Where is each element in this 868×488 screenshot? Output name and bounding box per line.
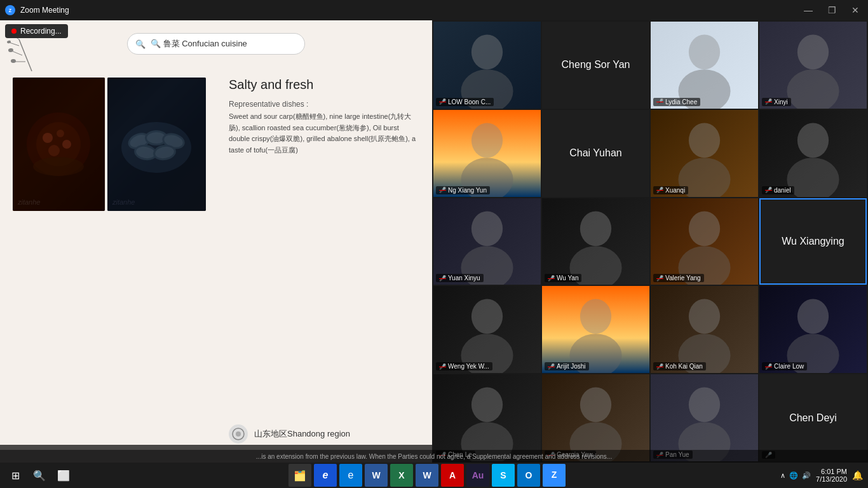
- text-content: Salty and fresh Representative dishes : …: [229, 78, 419, 156]
- dish-title: Salty and fresh: [229, 78, 419, 92]
- svg-point-10: [11, 59, 16, 64]
- taskbar-app-skype[interactable]: S: [492, 464, 515, 487]
- search-bar[interactable]: 🔍 🔍 鲁菜 Confucian cuisine: [127, 33, 305, 55]
- taskbar-app-outlook[interactable]: O: [517, 464, 540, 487]
- participant-tile-arijit-joshi[interactable]: 🎤Arijit Joshi: [542, 286, 649, 373]
- taskbar-app-au[interactable]: Au: [466, 464, 489, 487]
- participant-tile-xinyi[interactable]: 🎤Xinyi: [759, 22, 867, 109]
- task-view-button[interactable]: ⬜: [53, 465, 74, 485]
- notification-icon[interactable]: 🔔: [852, 470, 863, 480]
- taskbar-app-ie[interactable]: e: [314, 464, 337, 487]
- taskbar-app-zoom[interactable]: Z: [543, 464, 566, 487]
- svg-point-44: [787, 158, 839, 197]
- svg-point-47: [580, 211, 611, 246]
- participant-tile-weng-yek-w[interactable]: 🎤Weng Yek W...: [433, 286, 541, 373]
- tray-network[interactable]: 🌐: [789, 471, 798, 480]
- participant-tile-wu-yan[interactable]: 🎤Wu Yan: [542, 198, 649, 285]
- taskbar-app-ie2[interactable]: e: [339, 464, 362, 487]
- svg-line-2: [19, 39, 32, 71]
- svg-point-57: [797, 299, 829, 334]
- svg-point-37: [797, 35, 829, 70]
- svg-point-41: [689, 123, 720, 158]
- svg-point-45: [471, 211, 503, 246]
- taskbar-date: 7/13/2020: [816, 475, 847, 483]
- taskbar-left: ⊞ 🔍 ⬜: [5, 465, 74, 485]
- taskbar-app-acrobat[interactable]: A: [441, 464, 464, 487]
- participant-tile-wu-xiangying[interactable]: Wu Xiangying: [759, 198, 867, 285]
- tile-name-valerie-yang: 🎤Valerie Yang: [653, 274, 704, 282]
- big-name-chai-yuhan: Chai Yuhan: [569, 147, 621, 159]
- tile-name-claire-low: 🎤Claire Low: [762, 362, 807, 370]
- presentation-panel: 🔍 🔍 鲁菜 Confucian cuisine zitanhe: [0, 20, 432, 463]
- tile-name-xuanqi: 🎤Xuanqi: [653, 186, 688, 194]
- tile-name-weng-yek-w: 🎤Weng Yek W...: [436, 362, 492, 370]
- tile-name-daniel: 🎤daniel: [762, 186, 794, 194]
- svg-point-14: [43, 133, 53, 143]
- participant-tile-koh-kai-qian[interactable]: 🎤Koh Kai Qian: [651, 286, 758, 373]
- region-text: 山东地区Shandong region: [254, 428, 350, 440]
- participant-tile-chen-le[interactable]: 🎤Chen Le: [433, 374, 541, 461]
- participant-tile-yuan-xinyu[interactable]: 🎤Yuan Xinyu: [433, 198, 541, 285]
- region-icon: [229, 424, 248, 444]
- maximize-button[interactable]: ❐: [824, 4, 840, 17]
- minimize-button[interactable]: —: [800, 4, 817, 17]
- participant-tile-lydia-chee[interactable]: 🎤Lydia Chee: [651, 22, 758, 109]
- search-button[interactable]: 🔍: [29, 465, 50, 485]
- main-content: 🔍 🔍 鲁菜 Confucian cuisine zitanhe: [0, 20, 868, 463]
- taskbar-app-word[interactable]: W: [365, 464, 388, 487]
- region-box: 山东地区Shandong region: [229, 424, 419, 444]
- big-name-chen-deyi: Chen Deyi: [789, 412, 837, 424]
- start-button[interactable]: ⊞: [5, 465, 25, 485]
- participant-tile-georgia-yew[interactable]: 🎤Georgia Yew: [542, 374, 649, 461]
- taskbar: ⊞ 🔍 ⬜ 🗂️ e e W X W A Au S: [0, 463, 868, 488]
- participant-tile-xuanqi[interactable]: 🎤Xuanqi: [651, 110, 758, 197]
- search-icon: 🔍: [135, 39, 146, 49]
- participant-tile-pan-yue[interactable]: 🎤Pan Yue: [651, 374, 758, 461]
- food-image-right: zitanhe: [107, 78, 206, 211]
- svg-point-39: [471, 123, 503, 158]
- food-images: zitanhe zitanhe: [13, 78, 210, 211]
- participant-tile-valerie-yang[interactable]: 🎤Valerie Yang: [651, 198, 758, 285]
- svg-point-63: [689, 388, 720, 423]
- titlebar-left: Z Zoom Meeting: [5, 5, 69, 15]
- taskbar-app-excel[interactable]: X: [390, 464, 413, 487]
- svg-point-49: [689, 211, 720, 246]
- scroll-text: ...is an extension from the previous law…: [256, 453, 612, 460]
- tile-name-koh-kai-qian: 🎤Koh Kai Qian: [653, 362, 706, 370]
- pres-inner: 🔍 🔍 鲁菜 Confucian cuisine zitanhe: [0, 20, 432, 463]
- svg-point-43: [797, 123, 829, 158]
- big-name-wu-xiangying: Wu Xiangying: [782, 236, 844, 247]
- svg-point-32: [236, 431, 241, 437]
- tile-name-yuan-xinyu: 🎤Yuan Xinyu: [436, 274, 484, 282]
- taskbar-clock: 6:01 PM: [816, 468, 847, 475]
- taskbar-app-word2[interactable]: W: [416, 464, 438, 487]
- svg-point-35: [689, 35, 720, 70]
- recording-dot: [11, 29, 17, 34]
- big-name-cheng-sor-yan: Cheng Sor Yan: [562, 59, 630, 71]
- taskbar-clock-container: 6:01 PM 7/13/2020: [816, 468, 847, 483]
- svg-point-9: [8, 48, 14, 52]
- recording-badge: Recording...: [5, 24, 68, 38]
- participant-tile-claire-low[interactable]: 🎤Claire Low: [759, 286, 867, 373]
- tray-volume[interactable]: 🔊: [802, 471, 811, 480]
- tile-name-xinyi: 🎤Xinyi: [762, 98, 791, 106]
- participant-tile-chen-deyi[interactable]: Chen Deyi🎤: [759, 374, 867, 461]
- participant-tile-daniel[interactable]: 🎤daniel: [759, 110, 867, 197]
- tile-name-ng-xiang-yun: 🎤Ng Xiang Yun: [436, 186, 490, 194]
- participant-tile-low-boon[interactable]: 🎤LOW Boon C...: [433, 22, 541, 109]
- participant-tile-chai-yuhan[interactable]: Chai Yuhan: [542, 110, 649, 197]
- svg-point-38: [787, 69, 839, 109]
- taskbar-app-explorer[interactable]: 🗂️: [288, 464, 311, 487]
- participant-tile-ng-xiang-yun[interactable]: 🎤Ng Xiang Yun: [433, 110, 541, 197]
- svg-line-5: [11, 51, 22, 55]
- recording-label: Recording...: [20, 27, 62, 36]
- svg-point-61: [580, 388, 611, 423]
- tray-overflow[interactable]: ∧: [780, 471, 785, 480]
- participant-tile-cheng-sor-yan[interactable]: Cheng Sor Yan: [542, 22, 649, 109]
- zoom-icon: Z: [5, 5, 15, 15]
- taskbar-center: 🗂️ e e W X W A Au S O Z: [74, 464, 780, 487]
- svg-point-51: [471, 299, 503, 334]
- close-button[interactable]: ✕: [848, 4, 863, 17]
- svg-point-15: [57, 130, 64, 137]
- svg-point-18: [33, 157, 84, 176]
